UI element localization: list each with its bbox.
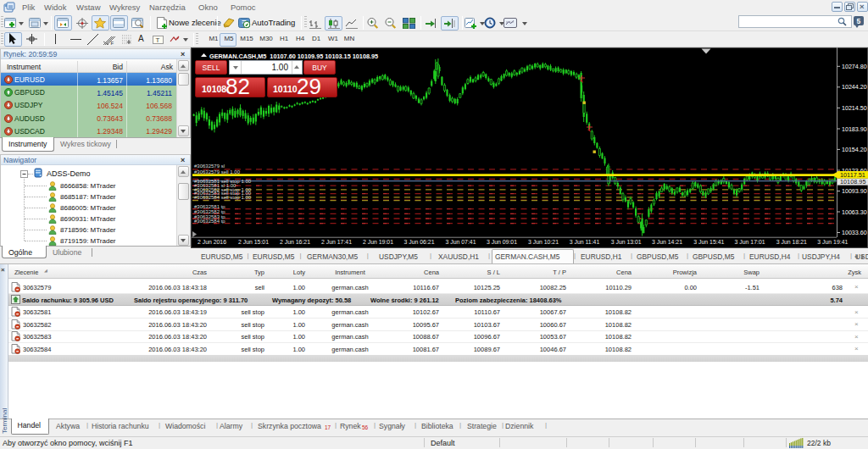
svg-text:10214.50: 10214.50: [842, 105, 867, 112]
svg-text:3 Jun 06:21: 3 Jun 06:21: [403, 239, 434, 245]
svg-text:10063.30: 10063.30: [842, 209, 867, 216]
svg-text:2 Jun 16:21: 2 Jun 16:21: [280, 239, 310, 245]
svg-text:2 Jun 15:01: 2 Jun 15:01: [238, 239, 269, 245]
svg-text:3 Jun 19:41: 3 Jun 19:41: [817, 239, 848, 245]
svg-text:10154.20: 10154.20: [842, 147, 867, 153]
svg-text:3 Jun 10:21: 3 Jun 10:21: [528, 239, 559, 245]
svg-text:#30632579 sell 1.00: #30632579 sell 1.00: [194, 169, 241, 175]
svg-text:#30632584 tp: #30632584 tp: [194, 219, 225, 224]
svg-text:3 Jun 13:01: 3 Jun 13:01: [611, 239, 642, 245]
svg-text:GERMAN.CASH,M5 10107.60 10109: GERMAN.CASH,M5 10107.60 10109.95 10103.1…: [209, 53, 378, 60]
svg-text:Terminal: Terminal: [1, 408, 8, 434]
svg-text:3 Jun 09:01: 3 Jun 09:01: [487, 239, 517, 245]
svg-text:2 Jun 2016: 2 Jun 2016: [198, 239, 226, 245]
svg-text:10244.20: 10244.20: [842, 84, 867, 91]
svg-text:3 Jun 18:21: 3 Jun 18:21: [776, 239, 807, 245]
svg-text:3 Jun 11:41: 3 Jun 11:41: [570, 239, 600, 245]
svg-text:3 Jun 07:41: 3 Jun 07:41: [445, 239, 476, 245]
svg-text:#30632584 sell stop 1.00: #30632584 sell stop 1.00: [194, 195, 252, 200]
svg-text:#30632579 sl: #30632579 sl: [194, 164, 225, 169]
svg-text:10093.90: 10093.90: [842, 188, 867, 195]
svg-text:10274.80: 10274.80: [842, 64, 867, 70]
svg-text:10108.95: 10108.95: [840, 178, 865, 186]
svg-text:10183.90: 10183.90: [842, 126, 867, 133]
svg-text:3 Jun 17:01: 3 Jun 17:01: [735, 239, 765, 245]
svg-text:3 Jun 15:41: 3 Jun 15:41: [693, 239, 724, 245]
svg-text:10033.60: 10033.60: [842, 230, 867, 236]
svg-text:2 Jun 19:01: 2 Jun 19:01: [363, 239, 393, 245]
svg-text:2 Jun 17:41: 2 Jun 17:41: [321, 239, 352, 245]
svg-text:3 Jun 14:21: 3 Jun 14:21: [652, 239, 682, 245]
